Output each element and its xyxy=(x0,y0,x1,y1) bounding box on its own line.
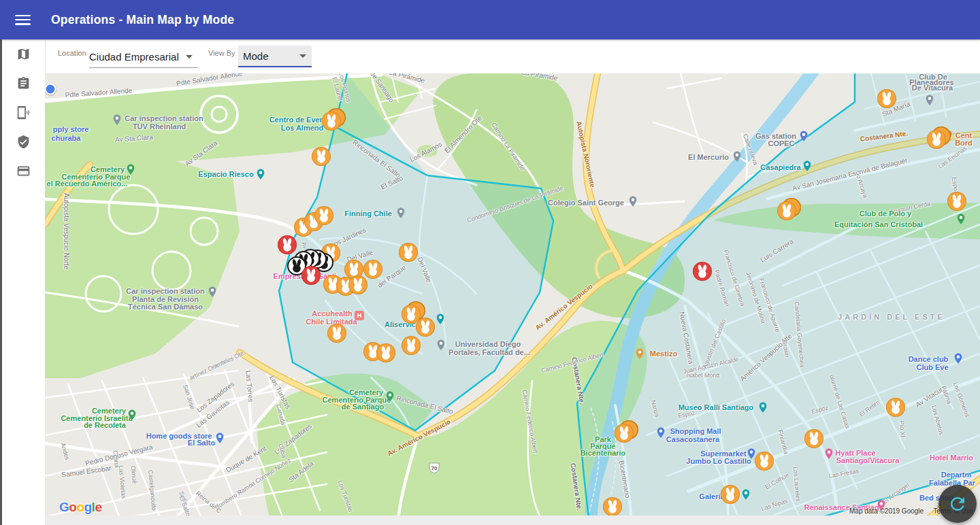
location-select[interactable]: Ciudad Empresarial xyxy=(89,46,198,68)
map-marker-rabbit-orange[interactable] xyxy=(322,112,341,131)
view-by-select[interactable]: Mode xyxy=(238,46,312,67)
google-logo[interactable]: Google xyxy=(59,500,101,515)
map-marker-rabbit-orange[interactable] xyxy=(363,260,382,279)
map-canvas[interactable]: 70 xyxy=(45,73,980,515)
hamburger-menu-icon[interactable] xyxy=(15,15,31,25)
payment-card-icon xyxy=(16,164,31,178)
page-title: Operations - Main Map by Mode xyxy=(51,13,234,27)
sidebar-item-map[interactable] xyxy=(2,39,45,69)
map-marker-rabbit-orange[interactable] xyxy=(402,336,421,355)
map-marker-rabbit-orange[interactable] xyxy=(416,318,435,337)
refresh-icon xyxy=(947,494,968,514)
sidebar-item-phone-ring[interactable] xyxy=(2,98,45,127)
map-marker-rabbit-orange[interactable] xyxy=(399,243,418,262)
map-marker-rabbit-orange[interactable] xyxy=(603,497,622,515)
sidebar-item-payment-card[interactable] xyxy=(2,156,45,186)
app-window: { "header": { "title": "Operations - Mai… xyxy=(0,0,980,525)
map-marker-rabbit-orange[interactable] xyxy=(886,398,905,417)
map-icon xyxy=(16,47,31,61)
filter-toolbar: Location Ciudad Empresarial View By Mode xyxy=(45,39,980,73)
map-marker-rabbit-orange[interactable] xyxy=(927,130,946,149)
map-marker-rabbit-red[interactable] xyxy=(278,235,297,254)
map-marker-rabbit-orange[interactable] xyxy=(804,429,823,448)
map-marker-rabbit-orange[interactable] xyxy=(615,424,634,443)
location-value: Ciudad Empresarial xyxy=(89,51,179,63)
assignment-icon xyxy=(16,76,31,90)
sidebar-item-verified-shield[interactable] xyxy=(2,127,45,156)
map-marker-rabbit-orange[interactable] xyxy=(947,192,966,211)
map-marker-rabbit-orange[interactable] xyxy=(777,201,796,220)
map-marker-rabbit-orange[interactable] xyxy=(314,206,333,225)
map-marker-rabbit-orange[interactable] xyxy=(376,343,395,362)
map-marker-rabbit-orange[interactable] xyxy=(327,324,346,343)
location-label: Location xyxy=(58,49,86,57)
map-viewport[interactable]: 70 Pdte Salvador AllendePdte Salvador Al… xyxy=(45,73,980,515)
left-edge-strip xyxy=(0,39,2,525)
app-header: Operations - Main Map by Mode xyxy=(0,0,980,39)
map-marker-rabbit-orange[interactable] xyxy=(348,275,368,294)
route-70-shield: 70 xyxy=(429,463,439,473)
map-data-credit: Map data ©2019 Google xyxy=(849,507,924,515)
map-marker-rabbit-orange[interactable] xyxy=(755,452,774,471)
view-by-value: Mode xyxy=(243,50,269,62)
phone-ring-icon xyxy=(16,105,31,120)
verified-shield-icon xyxy=(16,135,31,149)
refresh-button[interactable] xyxy=(938,485,977,523)
svg-text:70: 70 xyxy=(431,465,438,471)
map-marker-rabbit-red[interactable] xyxy=(301,266,321,285)
view-by-label: View By xyxy=(208,49,235,57)
map-marker-rabbit-red[interactable] xyxy=(693,262,712,281)
sidebar-nav xyxy=(2,39,45,525)
map-marker-rabbit-orange[interactable] xyxy=(721,485,740,504)
map-marker-rabbit-orange[interactable] xyxy=(312,147,331,166)
chevron-down-icon xyxy=(299,54,306,58)
chevron-down-icon xyxy=(186,55,193,58)
page-bottom-strip xyxy=(0,515,980,525)
sidebar-item-assignment[interactable] xyxy=(2,69,45,98)
map-marker-rabbit-orange[interactable] xyxy=(877,89,896,108)
